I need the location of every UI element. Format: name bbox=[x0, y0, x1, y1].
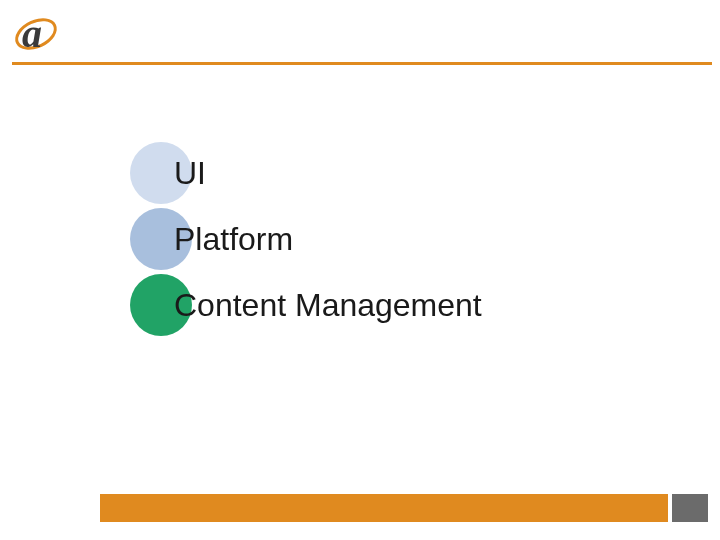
topic-list: UI Platform Content Management bbox=[148, 140, 482, 338]
list-item-label: UI bbox=[174, 155, 206, 192]
footer-accent-block bbox=[672, 494, 708, 522]
logo: a bbox=[12, 8, 62, 58]
list-item: UI bbox=[148, 140, 482, 206]
footer-bar bbox=[100, 494, 668, 522]
list-item: Content Management bbox=[148, 272, 482, 338]
list-item-label: Content Management bbox=[174, 287, 482, 324]
list-item-label: Platform bbox=[174, 221, 293, 258]
list-item: Platform bbox=[148, 206, 482, 272]
header-divider bbox=[12, 62, 712, 65]
logo-letter: a bbox=[22, 10, 42, 57]
